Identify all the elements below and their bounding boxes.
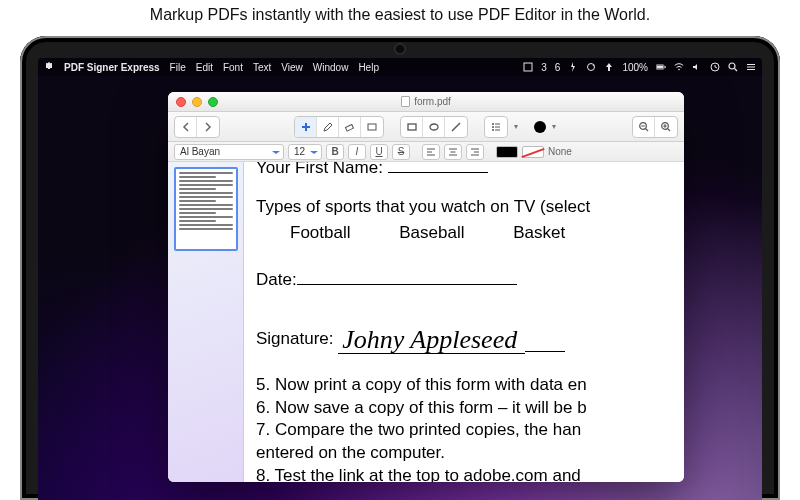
color-chevron[interactable]: ▾ [550,117,558,137]
highlight-swatch[interactable] [522,146,544,158]
sync-icon[interactable] [586,62,596,72]
italic-button[interactable]: I [348,144,366,160]
macos-menubar: PDF Signer Express File Edit Font Text V… [38,58,762,76]
svg-rect-0 [524,63,532,71]
color-well[interactable] [534,121,546,133]
status-number-2: 6 [555,62,561,73]
shape-line-button[interactable] [445,117,467,137]
clock-icon[interactable] [710,62,720,72]
instruction-7b: entered on the computer. [256,442,684,465]
monitor-bezel: PDF Signer Express File Edit Font Text V… [20,36,780,500]
pen-tool-button[interactable] [317,117,339,137]
nav-next-button[interactable] [197,117,219,137]
nav-prev-button[interactable] [175,117,197,137]
marketing-headline: Markup PDFs instantly with the easiest t… [0,0,800,30]
svg-rect-16 [408,124,416,130]
sports-question: Types of sports that you watch on TV (se… [256,195,684,220]
page-thumbnail-1[interactable] [175,168,237,250]
svg-rect-3 [657,66,663,69]
list-button[interactable] [485,117,507,137]
date-label: Date: [256,270,297,289]
highlight-label: None [548,146,572,157]
add-tool-button[interactable] [295,117,317,137]
svg-rect-15 [368,124,376,130]
menu-edit[interactable]: Edit [196,62,213,73]
svg-point-7 [729,63,735,69]
menu-window[interactable]: Window [313,62,349,73]
bold-button[interactable]: B [326,144,344,160]
sport-option-football: Football [290,221,350,246]
menu-help[interactable]: Help [358,62,379,73]
apple-logo-icon[interactable] [44,62,54,72]
instruction-8a: 8. Test the link at the top to adobe.com… [256,465,684,482]
up-arrow-icon[interactable] [604,62,614,72]
menu-text[interactable]: Text [253,62,271,73]
instruction-7a: 7. Compare the two printed copies, the h… [256,419,684,442]
instruction-6: 6. Now save a copy of this form – it wil… [256,397,684,420]
svg-rect-4 [665,66,666,68]
shape-rect-button[interactable] [401,117,423,137]
svg-line-27 [645,128,647,130]
camera-dot [395,44,405,54]
svg-point-17 [430,124,438,130]
firstname-label: Your First Name: [256,162,383,177]
sport-option-baseball: Baseball [399,221,464,246]
zoom-button[interactable] [208,97,218,107]
battery-percent: 100% [622,62,648,73]
svg-point-21 [492,126,494,128]
menu-icon[interactable] [746,62,756,72]
svg-point-5 [678,69,680,71]
window-title: form.pdf [414,96,451,107]
align-right-button[interactable] [466,144,484,160]
app-window: form.pdf [168,92,684,482]
text-color-swatch[interactable] [496,146,518,158]
svg-line-8 [735,69,738,72]
zoom-in-button[interactable] [655,117,677,137]
main-toolbar: ▾ ▾ [168,112,684,142]
sport-option-basketball: Basket [513,221,565,246]
svg-point-23 [492,129,494,131]
font-size-select[interactable]: 12 [288,144,322,160]
toolbar-more-chevron[interactable]: ▾ [512,117,520,137]
shape-oval-button[interactable] [423,117,445,137]
svg-point-19 [492,123,494,125]
status-number-1: 3 [541,62,547,73]
align-center-button[interactable] [444,144,462,160]
text-tool-button[interactable] [361,117,383,137]
instruction-5: 5. Now print a copy of this form with da… [256,374,684,397]
volume-icon[interactable] [692,62,702,72]
menubar-app-name[interactable]: PDF Signer Express [64,62,160,73]
wifi-icon[interactable] [674,62,684,72]
underline-button[interactable]: U [370,144,388,160]
bolt-icon[interactable] [568,62,578,72]
zoom-out-button[interactable] [633,117,655,137]
signature-label: Signature: [256,327,334,352]
font-family-select[interactable]: Al Bayan [174,144,284,160]
minimize-button[interactable] [192,97,202,107]
spotlight-icon[interactable] [728,62,738,72]
thumbnail-sidebar[interactable] [168,162,244,482]
signature-value: Johny Appleseed [338,327,525,354]
menu-font[interactable]: Font [223,62,243,73]
close-button[interactable] [176,97,186,107]
strike-button[interactable]: S [392,144,410,160]
menu-view[interactable]: View [281,62,303,73]
battery-icon[interactable] [656,62,666,72]
svg-line-18 [452,123,460,131]
svg-rect-14 [345,124,353,131]
desktop-screen: PDF Signer Express File Edit Font Text V… [38,58,762,500]
svg-line-31 [668,128,670,130]
erase-tool-button[interactable] [339,117,361,137]
document-icon [401,96,410,107]
window-titlebar[interactable]: form.pdf [168,92,684,112]
menu-file[interactable]: File [170,62,186,73]
format-bar: Al Bayan 12 B I U S None [168,142,684,162]
document-view[interactable]: Your First Name: Types of sports that yo… [244,162,684,482]
align-left-button[interactable] [422,144,440,160]
status-icon-1[interactable] [523,62,533,72]
